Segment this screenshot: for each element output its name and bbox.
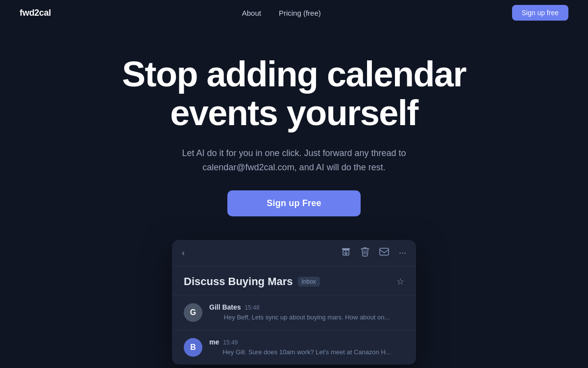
- site-logo[interactable]: fwd2cal: [20, 8, 51, 18]
- email-toolbar-right: ···: [341, 247, 406, 259]
- email-subject-left: Discuss Buying Mars Inbox: [184, 275, 320, 288]
- archive-icon[interactable]: [341, 247, 351, 259]
- message-header-1: Gill Bates 15:48: [209, 303, 404, 311]
- svg-rect-0: [342, 248, 350, 250]
- delete-icon[interactable]: [361, 247, 369, 259]
- navbar: fwd2cal About Pricing (free) Sign up fre…: [0, 0, 588, 26]
- star-icon[interactable]: ☆: [396, 276, 404, 287]
- more-icon[interactable]: ···: [399, 248, 406, 258]
- nav-links: About Pricing (free): [242, 9, 321, 17]
- hero-subtitle: Let AI do it for you in one click. Just …: [157, 146, 431, 175]
- hero-title: Stop adding calendar events yourself: [74, 55, 514, 132]
- email-message-1[interactable]: G Gill Bates 15:48 Hey Beff, Lets sync u…: [172, 295, 416, 330]
- inbox-badge: Inbox: [298, 277, 320, 287]
- mail-icon[interactable]: [379, 248, 389, 258]
- email-subject-title: Discuss Buying Mars: [184, 275, 293, 288]
- message-content-1: Gill Bates 15:48 Hey Beff, Lets sync up …: [209, 303, 404, 321]
- nav-link-about[interactable]: About: [242, 9, 261, 17]
- hero-section: Stop adding calendar events yourself Let…: [0, 26, 588, 365]
- nav-link-pricing[interactable]: Pricing (free): [279, 9, 321, 17]
- svg-rect-5: [380, 248, 389, 255]
- avatar-gill: G: [184, 303, 202, 322]
- back-icon[interactable]: ‹: [182, 248, 185, 258]
- avatar-me: B: [184, 338, 202, 357]
- hero-cta-button[interactable]: Sign up Free: [227, 190, 360, 216]
- email-toolbar: ‹: [172, 240, 416, 266]
- time-2: 15:49: [223, 339, 238, 346]
- email-toolbar-left: ‹: [182, 248, 185, 258]
- preview-2: Hey Gill. Sure does 10am work? Let's mee…: [209, 348, 404, 356]
- nav-signup-button[interactable]: Sign up free: [512, 5, 569, 21]
- message-header-2: me 15:49: [209, 338, 404, 346]
- email-mockup: ‹: [172, 240, 416, 365]
- email-subject-row: Discuss Buying Mars Inbox ☆: [172, 266, 416, 295]
- email-message-2[interactable]: B me 15:49 Hey Gill. Sure does 10am work…: [172, 330, 416, 365]
- message-content-2: me 15:49 Hey Gill. Sure does 10am work? …: [209, 338, 404, 356]
- sender-2: me: [209, 338, 219, 346]
- sender-1: Gill Bates: [209, 303, 241, 311]
- preview-1: Hey Beff, Lets sync up about buying mars…: [209, 314, 404, 321]
- time-1: 15:48: [245, 304, 260, 311]
- email-mockup-wrapper: ‹: [172, 240, 416, 365]
